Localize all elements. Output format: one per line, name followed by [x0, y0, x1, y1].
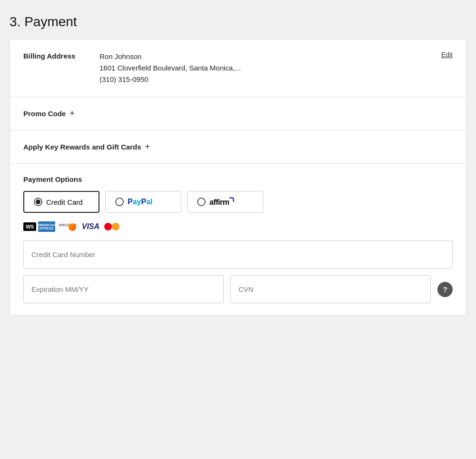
affirm-logo: affirm — [209, 197, 234, 207]
promo-plus-icon: + — [69, 109, 75, 119]
credit-card-radio — [34, 198, 42, 206]
card-logos: WS AMERICAN EXPRESS DISCOVER VISA — [23, 221, 453, 232]
promo-code-section: Promo Code + — [10, 97, 466, 130]
payment-method-buttons: Credit Card PayPal affirm — [23, 191, 453, 213]
billing-name: Ron Johnson — [99, 51, 432, 62]
edit-billing-link[interactable]: Edit — [441, 51, 453, 59]
credit-card-form: ? — [23, 240, 453, 303]
billing-address: 1601 Cloverfield Boulevard, Santa Monica… — [99, 62, 432, 74]
cvn-help-icon: ? — [443, 285, 447, 293]
rewards-label: Apply Key Rewards and Gift Cards — [23, 143, 141, 151]
cvn-input[interactable] — [230, 275, 431, 303]
expiration-input[interactable] — [23, 275, 224, 303]
paypal-logo: PayPal — [128, 198, 152, 206]
expiry-cvn-row: ? — [23, 275, 453, 303]
credit-card-label: Credit Card — [46, 198, 83, 206]
amex-logo: AMERICAN EXPRESS — [38, 221, 55, 232]
affirm-radio — [197, 198, 206, 206]
affirm-button[interactable]: affirm — [187, 191, 263, 213]
discover-logo: DISCOVER — [57, 221, 78, 232]
payment-options-label: Payment Options — [23, 175, 453, 183]
credit-card-button[interactable]: Credit Card — [23, 191, 99, 213]
billing-phone: (310) 315-0950 — [99, 74, 432, 85]
mastercard-logo — [103, 221, 120, 232]
page-title: 3. Payment — [10, 14, 466, 30]
billing-info: Ron Johnson 1601 Cloverfield Boulevard, … — [99, 51, 432, 85]
rewards-toggle[interactable]: Apply Key Rewards and Gift Cards + — [23, 142, 453, 152]
visa-logo: VISA — [80, 222, 101, 231]
billing-address-label: Billing Address — [23, 52, 99, 60]
cvn-help-button[interactable]: ? — [437, 282, 453, 297]
payment-options-section: Payment Options Credit Card PayPal affir… — [10, 164, 466, 315]
payment-card: Billing Address Ron Johnson 1601 Cloverf… — [10, 39, 466, 315]
billing-address-section: Billing Address Ron Johnson 1601 Cloverf… — [10, 40, 466, 97]
rewards-section: Apply Key Rewards and Gift Cards + — [10, 130, 466, 164]
promo-code-toggle[interactable]: Promo Code + — [23, 109, 453, 119]
promo-code-label: Promo Code — [23, 110, 66, 118]
paypal-radio — [115, 198, 124, 206]
paypal-button[interactable]: PayPal — [105, 191, 181, 213]
rewards-plus-icon: + — [145, 142, 150, 152]
credit-card-number-input[interactable] — [23, 240, 453, 269]
ws-logo: WS — [23, 222, 36, 231]
